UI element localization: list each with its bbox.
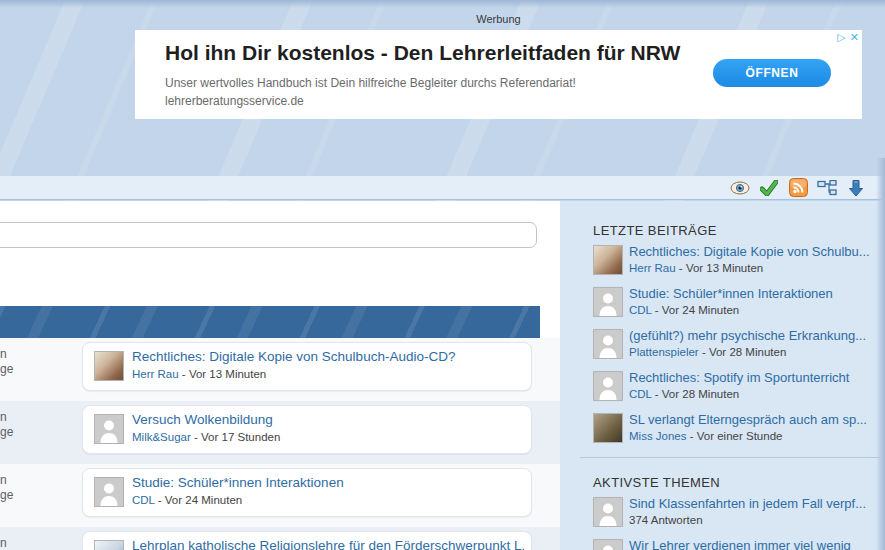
eye-icon[interactable] [730, 178, 750, 198]
page-toolbar [0, 176, 885, 200]
sitemap-icon[interactable] [817, 178, 837, 198]
thread-meta: Herr Rau - Vor 13 Minuten [132, 368, 266, 380]
active-topic-item[interactable]: Wir Lehrer verdienen immer viel wenig [593, 538, 875, 550]
ad-description: Unser wertvolles Handbuch ist Dein hilfr… [165, 76, 576, 90]
post-meta: CDL - Vor 28 Minuten [629, 388, 739, 400]
topic-title[interactable]: Wir Lehrer verdienen immer viel wenig [629, 538, 875, 550]
latest-post-item[interactable]: (gefühlt?) mehr psychische Erkrankung...… [593, 328, 875, 364]
avatar[interactable] [593, 245, 623, 275]
left-column-fragment: n ge [0, 347, 13, 377]
main-content: n ge Rechtliches: Digitale Kopie von Sch… [0, 201, 560, 550]
ad-url[interactable]: lehrerberatungsservice.de [165, 94, 304, 108]
left-column-fragment: n ge [0, 410, 13, 440]
avatar[interactable] [593, 497, 623, 527]
latest-post-item[interactable]: Rechtliches: Spotify im Sportunterricht … [593, 370, 875, 406]
avatar[interactable] [94, 414, 124, 444]
search-input[interactable] [0, 222, 537, 248]
topic-title[interactable]: Sind Klassenfahrten in jedem Fall verpf.… [629, 496, 875, 511]
thread-time: Vor 13 Minuten [189, 368, 266, 380]
thread-row: n ge Versuch Wolkenbildung Milk&Sugar - … [0, 401, 560, 464]
thread-title[interactable]: Versuch Wolkenbildung [132, 412, 524, 427]
avatar[interactable] [593, 287, 623, 317]
post-title[interactable]: Rechtliches: Digitale Kopie von Schulbu.… [629, 244, 875, 259]
post-meta: Plattenspieler - Vor 28 Minuten [629, 346, 786, 358]
rss-icon[interactable] [788, 178, 808, 198]
thread-time: Vor 17 Stunden [201, 431, 280, 443]
thread-card[interactable]: Versuch Wolkenbildung Milk&Sugar - Vor 1… [82, 405, 532, 454]
post-time: Vor einer Stunde [697, 430, 783, 442]
thread-row: n ge Rechtliches: Digitale Kopie von Sch… [0, 338, 560, 401]
thread-meta: CDL - Vor 24 Minuten [132, 494, 242, 506]
forum-page: Werbung Hol ihn Dir kostenlos - Den Lehr… [0, 0, 885, 550]
thread-row: n ge Studie: Schüler*innen Interaktionen… [0, 464, 560, 527]
left-column-fragment: n ge [0, 473, 13, 503]
user-link[interactable]: CDL [629, 388, 652, 400]
post-title[interactable]: (gefühlt?) mehr psychische Erkrankung... [629, 328, 875, 343]
thread-title[interactable]: Studie: Schüler*innen Interaktionen [132, 475, 524, 490]
sidebar: LETZTE BEITRÄGE Rechtliches: Digitale Ko… [560, 201, 885, 550]
post-meta: Herr Rau - Vor 13 Minuten [629, 262, 763, 274]
user-link[interactable]: CDL [629, 304, 652, 316]
user-link[interactable]: Herr Rau [629, 262, 676, 274]
thread-time: Vor 24 Minuten [165, 494, 242, 506]
adchoices-icon[interactable]: ▷ [837, 31, 845, 43]
post-time: Vor 28 Minuten [662, 388, 739, 400]
avatar[interactable] [94, 351, 124, 381]
user-link[interactable]: Milk&Sugar [132, 431, 191, 443]
thread-title[interactable]: Lehrplan katholische Religionslehre für … [132, 538, 524, 550]
latest-post-item[interactable]: Rechtliches: Digitale Kopie von Schulbu.… [593, 244, 875, 280]
list-header-bar [0, 306, 540, 338]
ad-corner-controls: ▷ ✕ [837, 31, 859, 43]
post-title[interactable]: Rechtliches: Spotify im Sportunterricht [629, 370, 875, 385]
thread-title[interactable]: Rechtliches: Digitale Kopie von Schulbuc… [132, 349, 524, 364]
user-link[interactable]: Plattenspieler [629, 346, 699, 358]
active-topics-heading: AKTIVSTE THEMEN [593, 475, 720, 490]
check-icon[interactable] [759, 178, 779, 198]
post-meta: Miss Jones - Vor einer Stunde [629, 430, 782, 442]
latest-post-item[interactable]: Studie: Schüler*innen Interaktionen CDL … [593, 286, 875, 322]
left-column-fragment: n ge [0, 536, 13, 550]
active-topic-item[interactable]: Sind Klassenfahrten in jedem Fall verpf.… [593, 496, 875, 532]
avatar[interactable] [593, 371, 623, 401]
post-time: Vor 28 Minuten [709, 346, 786, 358]
sidebar-divider [580, 457, 885, 458]
down-arrow-icon[interactable] [846, 178, 866, 198]
post-meta: CDL - Vor 24 Minuten [629, 304, 739, 316]
post-time: Vor 24 Minuten [662, 304, 739, 316]
window-right-edge [876, 158, 885, 550]
thread-row: n ge Lehrplan katholische Religionslehre… [0, 527, 560, 550]
thread-card[interactable]: Studie: Schüler*innen Interaktionen CDL … [82, 468, 532, 517]
user-link[interactable]: Herr Rau [132, 368, 179, 380]
avatar[interactable] [94, 540, 124, 550]
latest-post-item[interactable]: SL verlangt Elterngespräch auch am sp...… [593, 412, 875, 448]
topic-replies: 374 Antworten [629, 514, 703, 526]
avatar[interactable] [94, 477, 124, 507]
avatar[interactable] [593, 539, 623, 550]
post-title[interactable]: Studie: Schüler*innen Interaktionen [629, 286, 875, 301]
thread-card[interactable]: Lehrplan katholische Religionslehre für … [82, 531, 532, 550]
user-link[interactable]: CDL [132, 494, 155, 506]
latest-posts-heading: LETZTE BEITRÄGE [593, 223, 717, 238]
user-link[interactable]: Miss Jones [629, 430, 687, 442]
post-title[interactable]: SL verlangt Elterngespräch auch am sp... [629, 412, 875, 427]
ad-headline[interactable]: Hol ihn Dir kostenlos - Den Lehrerleitfa… [165, 41, 680, 65]
avatar[interactable] [593, 413, 623, 443]
post-time: Vor 13 Minuten [686, 262, 763, 274]
thread-meta: Milk&Sugar - Vor 17 Stunden [132, 431, 280, 443]
thread-list: n ge Rechtliches: Digitale Kopie von Sch… [0, 338, 560, 550]
thread-card[interactable]: Rechtliches: Digitale Kopie von Schulbuc… [82, 342, 532, 391]
werbung-label: Werbung [135, 13, 862, 25]
ad-open-button[interactable]: ÖFFNEN [713, 59, 831, 87]
avatar[interactable] [593, 329, 623, 359]
ad-close-icon[interactable]: ✕ [850, 31, 859, 43]
ad-banner: Hol ihn Dir kostenlos - Den Lehrerleitfa… [135, 30, 862, 119]
